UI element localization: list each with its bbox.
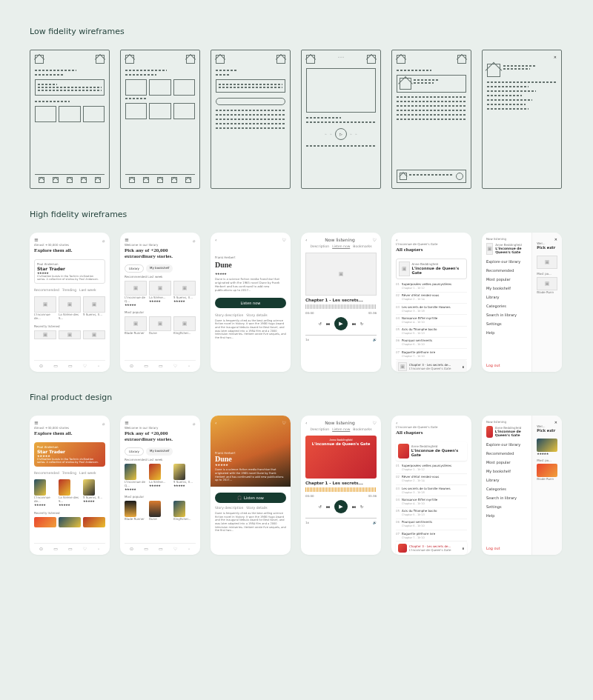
- next-icon[interactable]: ⏭: [352, 321, 356, 326]
- menu-item[interactable]: Settings: [486, 319, 527, 328]
- chapter-row[interactable]: 04Naissance Eiffel myrtilleChapter 4 - 1…: [396, 315, 467, 326]
- pill-bookshelf[interactable]: My bookshelf: [146, 264, 173, 273]
- section-hifi-title: High fidelity wireframes: [30, 210, 563, 219]
- menu-item[interactable]: Library: [486, 293, 527, 301]
- section-lofi-title: Low fidelity wireframes: [30, 27, 563, 36]
- heart-icon[interactable]: ♡: [282, 237, 286, 242]
- chapter-row[interactable]: 05Acis du Triomphe baciloChapter 5 - 1k·…: [396, 327, 467, 338]
- final-chapters: ‹ L'inconnue de Queen's Gate All chapter…: [391, 416, 471, 555]
- chapter-row[interactable]: 07Baguette pléthore ivreChapter 7 - 1k·1…: [396, 349, 467, 360]
- pill-library[interactable]: Library: [125, 264, 144, 273]
- chapter-row[interactable]: 02Rêver d'état rendez-vousChapter 2 - 1k…: [396, 474, 467, 485]
- chapter-title: Chapter 1 - Les secrets...: [305, 298, 377, 302]
- hifi-library: ≡⌕ Welcome in our library Pick any of +2…: [120, 233, 200, 372]
- menu-item[interactable]: Settings: [486, 502, 527, 511]
- menu-item[interactable]: Explore our library: [486, 440, 527, 449]
- menu-icon[interactable]: ≡: [34, 237, 39, 243]
- logout-link[interactable]: Log out: [486, 363, 527, 367]
- featured-card[interactable]: Poul Anderson Star Trader ★★★★★ Civiliza…: [34, 259, 105, 284]
- lofi-menu: ✕: [482, 50, 562, 189]
- chapter-row[interactable]: 02Rêver d'état rendez-vousChapter 2 - 1k…: [396, 293, 467, 304]
- menu-item[interactable]: Categories: [486, 301, 527, 310]
- tab-recommended[interactable]: Recommended: [34, 288, 59, 292]
- forward-icon[interactable]: ↻: [360, 321, 363, 326]
- chapter-row[interactable]: 03Les secrets de la famille HownesChapte…: [396, 485, 467, 496]
- menu-item[interactable]: Most popular: [486, 458, 527, 467]
- menu-item[interactable]: Recommended: [486, 449, 527, 458]
- hifi-menu: Now listening ▣ Anne BeddingfeldL'inconn…: [482, 233, 562, 372]
- lofi-library: [120, 50, 200, 189]
- final-library: ≡⌕ Welcome in our library Pick any of +2…: [120, 416, 200, 555]
- menu-item[interactable]: Categories: [486, 484, 527, 493]
- lofi-home: [30, 50, 110, 189]
- chapter-row[interactable]: 04Naissance Eiffel myrtilleChapter 4 - 1…: [396, 496, 467, 507]
- menu-item[interactable]: Search in library: [486, 493, 527, 502]
- menu-item[interactable]: My bookshelf: [486, 284, 527, 293]
- menu-item[interactable]: Library: [486, 476, 527, 484]
- chapter-row[interactable]: 06Pourquoi sentimentsChapter 6 - 1k·10: [396, 519, 467, 530]
- book-title: Dune: [215, 261, 286, 269]
- final-detail: ‹♡ Frank Herbert Dune ★★★★★ Dune is a sc…: [211, 416, 291, 555]
- lofi-row: ◦◦◦ ◦◦▷◦◦ ✕: [30, 50, 563, 189]
- listen-now-button[interactable]: Listen now: [215, 298, 286, 308]
- chapter-row[interactable]: 01Superposées veilles poursystèresChapte…: [396, 281, 467, 293]
- menu-item[interactable]: Help: [486, 328, 527, 337]
- menu-item[interactable]: Recommended: [486, 266, 527, 275]
- hifi-player: ‹Now listening♡ DescriptionListen nowBoo…: [301, 233, 381, 372]
- hifi-detail: ‹♡ Frank Herbert Dune ★★★★★ Dune is a sc…: [211, 233, 291, 372]
- page-title: Explore them all.: [34, 248, 105, 254]
- menu-item[interactable]: Help: [486, 511, 527, 520]
- final-row: ≡⌕ Almost +30,000 stories Explore them a…: [30, 416, 563, 555]
- chapter-row[interactable]: 06Pourquoi sentimentsChapter 6 - 1k·10: [396, 338, 467, 349]
- menu-item[interactable]: Search in library: [486, 310, 527, 319]
- mini-player[interactable]: ▣ Chapter 3 - Les secrets de...L'inconnu…: [396, 360, 467, 372]
- menu-item[interactable]: Explore our library: [486, 257, 527, 266]
- lofi-chapters: [391, 50, 471, 189]
- rewind-icon[interactable]: ↺: [319, 321, 322, 326]
- hifi-home: ≡⌕ Almost +30,000 stories Explore them a…: [30, 233, 110, 372]
- chapter-row[interactable]: 05Acis du Triomphe baciloChapter 5 - 1k·…: [396, 508, 467, 519]
- lofi-player: ◦◦◦ ◦◦▷◦◦: [301, 50, 381, 189]
- back-icon[interactable]: ‹: [215, 237, 216, 242]
- menu-item[interactable]: Most popular: [486, 275, 527, 284]
- chapter-row[interactable]: 01Superposées veilles poursystèresChapte…: [396, 463, 467, 474]
- chapter-row[interactable]: 03Les secrets de la famille HownesChapte…: [396, 304, 467, 315]
- section-final-title: Final product design: [30, 393, 563, 402]
- search-icon[interactable]: ⌕: [102, 238, 105, 243]
- final-menu: Now listening Anne BeddingfeldL'inconnue…: [482, 416, 562, 555]
- play-button[interactable]: ▶: [334, 317, 348, 330]
- prev-icon[interactable]: ⏮: [326, 321, 330, 326]
- final-player: ‹Now listening♡ DescriptionListen nowBoo…: [301, 416, 381, 555]
- final-home: ≡⌕ Almost +30,000 stories Explore them a…: [30, 416, 110, 555]
- menu-item[interactable]: My bookshelf: [486, 467, 527, 476]
- pause-icon[interactable]: ⏸: [462, 365, 465, 369]
- chapter-row[interactable]: 07Baguette pléthore ivreChapter 7 - 1k·1…: [396, 530, 467, 541]
- hifi-row: ≡⌕ Almost +30,000 stories Explore them a…: [30, 233, 563, 372]
- lofi-detail: [211, 50, 291, 189]
- hifi-chapters: ‹ L'inconnue de Queen's Gate All chapter…: [391, 233, 471, 372]
